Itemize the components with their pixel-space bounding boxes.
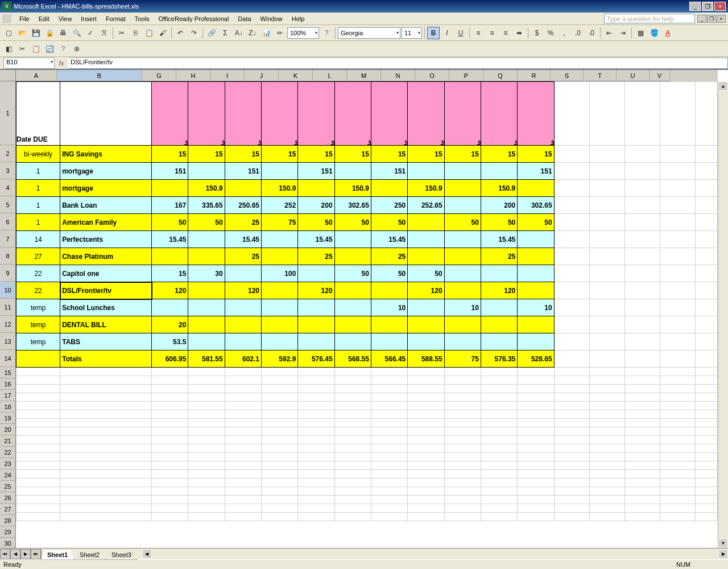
cell-L7[interactable] (334, 231, 371, 248)
cell-K6[interactable]: 50 (298, 214, 334, 231)
cell-T19[interactable] (624, 402, 660, 410)
cell-K24[interactable] (298, 444, 334, 453)
cell-B4[interactable]: mortgage (60, 180, 152, 197)
cell-G4[interactable] (152, 180, 188, 197)
drawing-icon[interactable]: ✏ (274, 27, 286, 39)
cell-G9[interactable]: 15 (152, 265, 188, 282)
row-header-16[interactable]: 16 (0, 378, 16, 390)
cell-M2[interactable]: 15 (371, 146, 407, 163)
cell-J16[interactable] (261, 376, 297, 385)
cell-A19[interactable] (16, 402, 60, 410)
cell-L25[interactable] (334, 453, 371, 461)
cell-T21[interactable] (624, 419, 660, 427)
cell-Q2[interactable]: 15 (518, 146, 554, 163)
cell-B10[interactable]: DSL/Frontier/tv (60, 282, 152, 299)
fx-icon[interactable]: fx (55, 60, 68, 67)
cell-A27[interactable] (16, 470, 60, 479)
cell-O11[interactable]: 10 (444, 299, 481, 316)
cell-R15[interactable] (554, 368, 589, 376)
cell-H8[interactable] (188, 248, 225, 265)
cell-G16[interactable] (152, 376, 188, 385)
cell-J26[interactable] (261, 461, 297, 470)
cell-M29[interactable] (371, 487, 407, 496)
col-header-M[interactable]: M (347, 70, 381, 81)
cell-B29[interactable] (60, 487, 152, 496)
bold-button[interactable]: B (427, 27, 440, 39)
cell-O8[interactable] (444, 248, 481, 265)
cell-A14[interactable] (16, 351, 60, 368)
cell-G7[interactable]: 15.45 (152, 231, 188, 248)
cell-H6[interactable]: 50 (188, 214, 225, 231)
cell-L5[interactable]: 302.65 (334, 197, 371, 214)
cell-P13[interactable] (481, 333, 517, 351)
menu-format[interactable]: Format (101, 14, 130, 23)
cell-O28[interactable] (444, 479, 481, 487)
col-header-T[interactable]: T (584, 70, 617, 81)
cell-H22[interactable] (188, 427, 225, 436)
cell-K12[interactable] (298, 316, 334, 333)
cell-M16[interactable] (371, 376, 407, 385)
cell-J11[interactable] (261, 299, 297, 316)
cell-K21[interactable] (298, 419, 334, 427)
cell-H29[interactable] (188, 487, 225, 496)
inc-indent-icon[interactable]: ⇥ (617, 27, 629, 39)
col-header-Q[interactable]: Q (483, 70, 518, 81)
cell-L30[interactable] (334, 496, 371, 504)
cell-B9[interactable]: Capitol one (60, 265, 152, 282)
cell-K5[interactable]: 200 (298, 197, 334, 214)
tab-prev-icon[interactable]: ◀ (10, 549, 20, 559)
inc-decimal-icon[interactable]: .0 (572, 27, 584, 39)
zoom-select[interactable]: 100% (287, 27, 319, 39)
cell-H26[interactable] (188, 461, 225, 470)
menu-file[interactable]: File (15, 14, 34, 23)
cell-L15[interactable] (334, 368, 371, 376)
cell-L6[interactable]: 50 (334, 214, 371, 231)
cell-L29[interactable] (334, 487, 371, 496)
cell-P23[interactable] (481, 436, 517, 444)
cell-G21[interactable] (152, 419, 188, 427)
row-header-24[interactable]: 24 (0, 469, 16, 481)
cell-P18[interactable] (481, 393, 517, 402)
col-header-N[interactable]: N (381, 70, 415, 81)
cell-R25[interactable] (554, 453, 589, 461)
cell-A12[interactable]: temp (16, 316, 60, 333)
cell-I13[interactable] (225, 333, 261, 351)
cell-M32[interactable] (371, 513, 407, 521)
menu-data[interactable]: Data (233, 14, 255, 23)
cell-G11[interactable] (152, 299, 188, 316)
cell-Q28[interactable] (518, 479, 554, 487)
cell-S27[interactable] (589, 470, 624, 479)
research-icon[interactable]: ℛ (98, 27, 110, 39)
dec-decimal-icon[interactable]: .0 (585, 27, 598, 39)
cut-icon[interactable]: ✂ (115, 27, 128, 39)
row-header-29[interactable]: 29 (0, 526, 16, 538)
italic-button[interactable]: I (441, 27, 453, 39)
cell-P17[interactable] (481, 385, 517, 393)
sort-asc-icon[interactable]: A↓ (233, 27, 245, 39)
cell-R32[interactable] (554, 513, 589, 521)
save-icon[interactable]: 💾 (30, 27, 42, 39)
cell-R21[interactable] (554, 419, 589, 427)
menu-view[interactable]: View (54, 14, 77, 23)
row-header-21[interactable]: 21 (0, 435, 16, 447)
cell-B32[interactable] (60, 513, 152, 521)
cell-A11[interactable]: temp (16, 299, 60, 316)
cell-A5[interactable]: 1 (16, 197, 60, 214)
cell-U31[interactable] (660, 504, 696, 513)
copy-icon[interactable]: ⎘ (129, 27, 142, 39)
cell-T15[interactable] (624, 368, 660, 376)
cell-I19[interactable] (225, 402, 261, 410)
cell-Q16[interactable] (518, 376, 554, 385)
cell-J24[interactable] (261, 444, 297, 453)
cell-U17[interactable] (660, 385, 696, 393)
cell-J5[interactable]: 252 (261, 197, 297, 214)
totals-label[interactable]: Totals (60, 351, 152, 368)
row-header-18[interactable]: 18 (0, 401, 16, 413)
cell-J15[interactable] (261, 368, 297, 376)
cell-R19[interactable] (554, 402, 589, 410)
cell-P12[interactable] (481, 316, 517, 333)
cell-L27[interactable] (334, 470, 371, 479)
cell-L31[interactable] (334, 504, 371, 513)
cell-K10[interactable]: 120 (298, 282, 334, 299)
maximize-button[interactable]: ❐ (702, 2, 713, 11)
